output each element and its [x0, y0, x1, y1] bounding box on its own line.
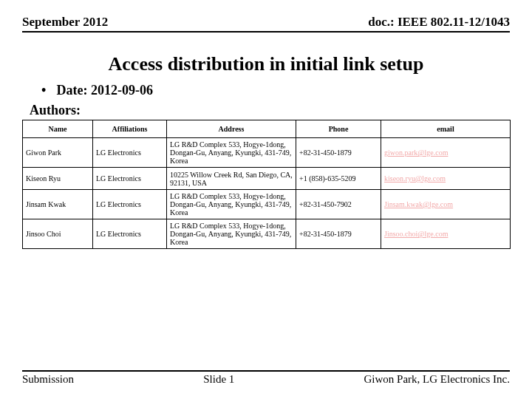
cell-phone: +82-31-450-7902 [296, 190, 381, 219]
cell-address: 10225 Willow Creek Rd, San Diego, CA, 92… [167, 168, 296, 190]
table-row: Jinsoo Choi LG Electronics LG R&D Comple… [23, 219, 511, 249]
cell-name: Jinsam Kwak [23, 190, 93, 219]
cell-email: kiseon.ryu@lge.com [381, 168, 511, 190]
header-date: September 2012 [22, 15, 108, 30]
header-doc-id: doc.: IEEE 802.11-12/1043 [368, 15, 510, 30]
authors-label: Authors: [30, 103, 510, 118]
cell-affiliation: LG Electronics [93, 219, 167, 249]
cell-email: giwon.park@lge.com [381, 138, 511, 168]
email-link[interactable]: Jinsam.kwak@lge.com [384, 200, 453, 208]
cell-name: Kiseon Ryu [23, 168, 93, 190]
table-header-row: Name Affiliations Address Phone email [23, 120, 511, 138]
table-row: Jinsam Kwak LG Electronics LG R&D Comple… [23, 190, 511, 219]
footer-left: Submission [22, 373, 74, 386]
cell-address: LG R&D Complex 533, Hogye-1dong, Dongan-… [167, 219, 296, 249]
email-link[interactable]: Jinsoo.choi@lge.com [384, 230, 448, 238]
cell-address: LG R&D Complex 533, Hogye-1dong, Dongan-… [167, 190, 296, 219]
cell-affiliation: LG Electronics [93, 190, 167, 219]
col-affiliations: Affiliations [93, 120, 167, 138]
col-email: email [381, 120, 511, 138]
header-bar: September 2012 doc.: IEEE 802.11-12/1043 [22, 15, 510, 33]
cell-affiliation: LG Electronics [93, 138, 167, 168]
footer-bar: Submission Slide 1 Giwon Park, LG Electr… [22, 370, 510, 386]
cell-phone: +82-31-450-1879 [296, 219, 381, 249]
col-phone: Phone [296, 120, 381, 138]
table-row: Kiseon Ryu LG Electronics 10225 Willow C… [23, 168, 511, 190]
page-title: Access distribution in initial link setu… [22, 53, 510, 75]
footer-center: Slide 1 [203, 373, 234, 386]
date-value: 2012-09-06 [91, 83, 153, 98]
cell-address: LG R&D Complex 533, Hogye-1dong, Dongan-… [167, 138, 296, 168]
email-link[interactable]: giwon.park@lge.com [384, 149, 448, 157]
col-name: Name [23, 120, 93, 138]
authors-table: Name Affiliations Address Phone email Gi… [22, 120, 511, 249]
footer-right: Giwon Park, LG Electronics Inc. [364, 373, 510, 386]
table-row: Giwon Park LG Electronics LG R&D Complex… [23, 138, 511, 168]
cell-email: Jinsam.kwak@lge.com [381, 190, 511, 219]
cell-name: Giwon Park [23, 138, 93, 168]
col-address: Address [167, 120, 296, 138]
bullet-icon: • [41, 83, 53, 98]
email-link[interactable]: kiseon.ryu@lge.com [384, 174, 446, 183]
cell-phone: +1 (858)-635-5209 [296, 168, 381, 190]
cell-affiliation: LG Electronics [93, 168, 167, 190]
date-line: • Date: 2012-09-06 [41, 83, 510, 98]
cell-name: Jinsoo Choi [23, 219, 93, 249]
cell-email: Jinsoo.choi@lge.com [381, 219, 511, 249]
cell-phone: +82-31-450-1879 [296, 138, 381, 168]
date-prefix: Date: [57, 83, 91, 98]
